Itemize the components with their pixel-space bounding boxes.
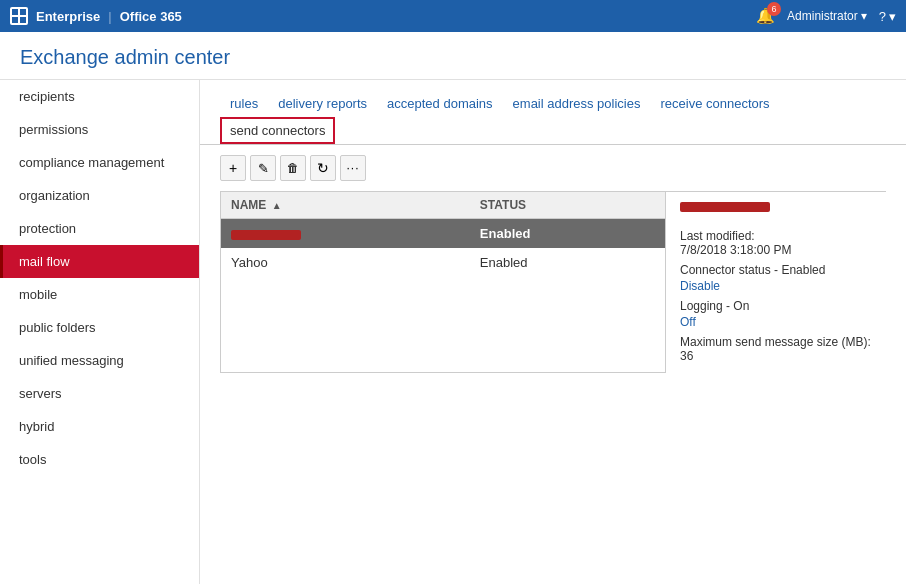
table-header-row: NAME ▲ STATUS — [221, 192, 665, 219]
toolbar: + ✎ 🗑 ↻ ··· — [200, 145, 906, 191]
row2-status: Enabled — [470, 248, 665, 277]
tab-receive-connectors[interactable]: receive connectors — [650, 90, 779, 117]
sort-arrow-icon: ▲ — [272, 200, 282, 211]
detail-name-redacted — [680, 202, 770, 212]
table-row[interactable]: Enabled — [221, 219, 665, 249]
detail-last-modified-label: Last modified: — [680, 229, 872, 243]
sidebar-item-recipients[interactable]: recipients — [0, 80, 199, 113]
user-name: Administrator — [787, 9, 858, 23]
svg-rect-2 — [12, 17, 18, 23]
help-label: ? — [879, 9, 886, 24]
tab-email-address-policies[interactable]: email address policies — [503, 90, 651, 117]
app-name-enterprise: Enterprise — [36, 9, 100, 24]
sidebar: recipients permissions compliance manage… — [0, 80, 200, 584]
disable-link[interactable]: Disable — [680, 279, 872, 293]
detail-last-modified-value: 7/8/2018 3:18:00 PM — [680, 243, 872, 257]
row2-name: Yahoo — [221, 248, 470, 277]
topbar-divider: | — [108, 9, 111, 24]
row1-name — [221, 219, 470, 249]
table-row[interactable]: Yahoo Enabled — [221, 248, 665, 277]
tab-rules[interactable]: rules — [220, 90, 268, 117]
tab-delivery-reports[interactable]: delivery reports — [268, 90, 377, 117]
sidebar-item-servers[interactable]: servers — [0, 377, 199, 410]
sidebar-item-mobile[interactable]: mobile — [0, 278, 199, 311]
tab-accepted-domains[interactable]: accepted domains — [377, 90, 503, 117]
refresh-button[interactable]: ↻ — [310, 155, 336, 181]
more-button[interactable]: ··· — [340, 155, 366, 181]
list-panel: NAME ▲ STATUS — [220, 191, 666, 373]
sidebar-item-public-folders[interactable]: public folders — [0, 311, 199, 344]
detail-max-size-label: Maximum send message size (MB): — [680, 335, 872, 349]
app-logo — [10, 7, 28, 25]
notification-bell[interactable]: 🔔 6 — [756, 7, 775, 25]
user-menu[interactable]: Administrator ▾ — [787, 9, 867, 23]
sidebar-item-tools[interactable]: tools — [0, 443, 199, 476]
col-status: STATUS — [470, 192, 665, 219]
sidebar-item-hybrid[interactable]: hybrid — [0, 410, 199, 443]
sidebar-item-compliance-management[interactable]: compliance management — [0, 146, 199, 179]
sidebar-item-permissions[interactable]: permissions — [0, 113, 199, 146]
sidebar-item-protection[interactable]: protection — [0, 212, 199, 245]
app-name-office365: Office 365 — [120, 9, 182, 24]
table-area: NAME ▲ STATUS — [220, 191, 886, 373]
content-area: rules delivery reports accepted domains … — [200, 80, 906, 584]
user-caret-icon: ▾ — [861, 9, 867, 23]
tab-nav: rules delivery reports accepted domains … — [200, 80, 906, 145]
row1-status: Enabled — [470, 219, 665, 249]
svg-rect-0 — [12, 9, 18, 15]
topbar-right: 🔔 6 Administrator ▾ ? ▾ — [756, 7, 896, 25]
sidebar-item-mail-flow[interactable]: mail flow — [0, 245, 199, 278]
sidebar-item-organization[interactable]: organization — [0, 179, 199, 212]
sidebar-item-unified-messaging[interactable]: unified messaging — [0, 344, 199, 377]
bell-badge: 6 — [767, 2, 781, 16]
detail-panel: Last modified: 7/8/2018 3:18:00 PM Conne… — [666, 191, 886, 373]
connectors-table: NAME ▲ STATUS — [221, 192, 665, 277]
main-layout: recipients permissions compliance manage… — [0, 80, 906, 584]
topbar-left: Enterprise | Office 365 — [10, 7, 182, 25]
delete-button[interactable]: 🗑 — [280, 155, 306, 181]
topbar: Enterprise | Office 365 🔔 6 Administrato… — [0, 0, 906, 32]
detail-max-size-value: 36 — [680, 349, 872, 363]
detail-connector-status: Connector status - Enabled — [680, 263, 872, 277]
page-header: Exchange admin center — [0, 32, 906, 80]
col-name: NAME ▲ — [221, 192, 470, 219]
edit-button[interactable]: ✎ — [250, 155, 276, 181]
help-menu[interactable]: ? ▾ — [879, 9, 896, 24]
tab-send-connectors[interactable]: send connectors — [220, 117, 335, 144]
page-title: Exchange admin center — [20, 46, 886, 69]
add-button[interactable]: + — [220, 155, 246, 181]
off-link[interactable]: Off — [680, 315, 872, 329]
svg-rect-1 — [20, 9, 26, 15]
help-caret-icon: ▾ — [889, 9, 896, 24]
redacted-name-1 — [231, 230, 301, 240]
detail-logging-label: Logging - On — [680, 299, 872, 313]
svg-rect-3 — [20, 17, 26, 23]
